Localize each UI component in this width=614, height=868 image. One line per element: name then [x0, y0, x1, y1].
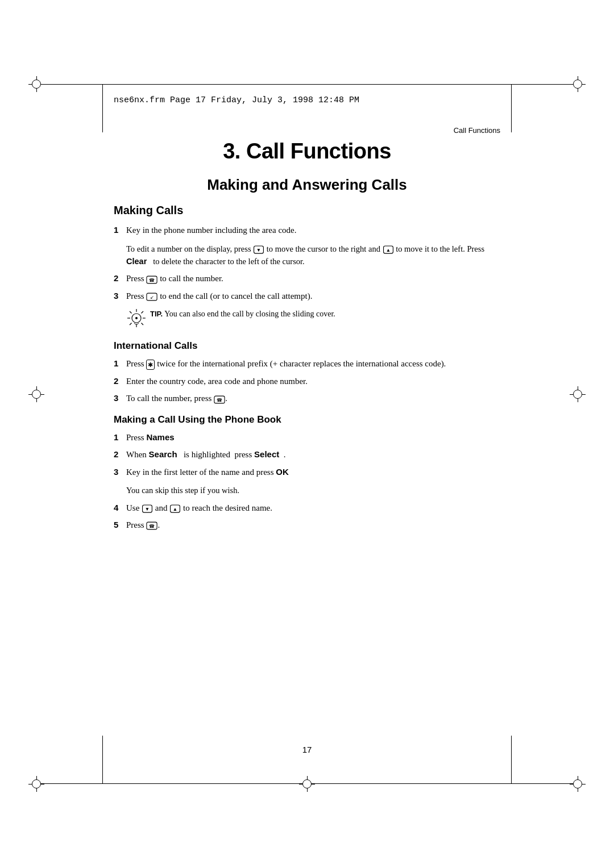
page-number: 17	[302, 745, 312, 754]
crosshair-top-left	[28, 76, 44, 92]
top-left-border	[102, 84, 103, 132]
page: nse6nx.frm Page 17 Friday, July 3, 1998 …	[0, 0, 614, 868]
svg-text:▲: ▲	[173, 506, 177, 512]
intl-calls-step-2: 2 Enter the country code, area code and …	[114, 375, 500, 388]
crosshair-bottom-left	[28, 776, 44, 792]
select-key: Select	[254, 449, 279, 459]
svg-line-15	[130, 323, 132, 326]
scroll-up-icon-ph: ▲	[169, 504, 181, 513]
phonebook-list: 1 Press Names 2 When Search is highlight…	[114, 431, 500, 479]
svg-point-17	[135, 317, 138, 319]
main-content: 3. Call Functions Making and Answering C…	[114, 139, 500, 537]
intl-calls-step-1: 1 Press ✱ twice for the international pr…	[114, 357, 500, 370]
svg-line-13	[142, 323, 144, 326]
subsection-making-calls: Making Calls	[114, 204, 500, 217]
svg-text:▼: ▼	[145, 506, 150, 512]
top-border	[34, 84, 580, 85]
crosshair-mid-left	[28, 386, 44, 402]
top-right-border	[511, 84, 512, 132]
svg-text:☎: ☎	[149, 524, 155, 529]
crosshair-mid-right	[570, 386, 586, 402]
svg-text:☎: ☎	[217, 397, 222, 402]
making-calls-step-1: 1 Key in the phone number including the …	[114, 224, 500, 237]
scroll-up-icon: ▲	[383, 245, 394, 254]
ok-key: OK	[276, 467, 289, 477]
phonebook-skip-note: You can skip this step if you wish.	[126, 484, 500, 496]
making-calls-step-3: 3 Press ↙ to end the call (or to cancel …	[114, 290, 500, 303]
tip-sunburst-svg	[126, 308, 147, 328]
phonebook-title: Making a Call Using the Phone Book	[114, 414, 500, 425]
making-calls-step2-list: 2 Press ☎ to call the number. 3 Press ↙	[114, 272, 500, 302]
bottom-left-border	[102, 736, 103, 784]
svg-line-12	[130, 311, 132, 314]
svg-text:↙: ↙	[150, 295, 154, 300]
phonebook-step-5: 5 Press ☎ .	[114, 519, 500, 532]
phonebook-step-3: 3 Key in the first letter of the name an…	[114, 466, 500, 479]
phonebook-step-1: 1 Press Names	[114, 431, 500, 444]
svg-line-14	[142, 311, 144, 314]
scroll-down-icon-ph: ▼	[142, 504, 153, 513]
clear-key: Clear	[126, 257, 147, 266]
phonebook-list-continued: 4 Use ▼ and ▲ to reach the desired name.…	[114, 502, 500, 532]
bottom-right-border	[511, 736, 512, 784]
call-icon-ph: ☎	[146, 521, 157, 530]
call-icon-intl: ☎	[214, 395, 225, 404]
crosshair-bottom-center	[299, 776, 315, 792]
making-calls-step-2: 2 Press ☎ to call the number.	[114, 272, 500, 285]
running-header: Call Functions	[454, 126, 500, 135]
section-title: Making and Answering Calls	[114, 176, 500, 194]
intl-calls-list: 1 Press ✱ twice for the international pr…	[114, 357, 500, 405]
tip-icon	[126, 308, 147, 331]
crosshair-bottom-right	[570, 776, 586, 792]
call-icon-step2: ☎	[146, 276, 157, 284]
names-key: Names	[146, 432, 174, 442]
svg-text:☎: ☎	[149, 277, 155, 282]
tip-box: TIP. You can also end the call by closin…	[126, 308, 500, 331]
crosshair-top-right	[570, 76, 586, 92]
svg-text:▼: ▼	[256, 247, 261, 252]
phonebook-step-2: 2 When Search is highlighted press Selec…	[114, 448, 500, 461]
making-calls-list: 1 Key in the phone number including the …	[114, 224, 500, 237]
phonebook-step-4: 4 Use ▼ and ▲ to reach the desired name.	[114, 502, 500, 515]
tip-text: TIP. You can also end the call by closin…	[150, 308, 335, 320]
making-calls-note: To edit a number on the display, press ▼…	[126, 243, 500, 268]
svg-text:▲: ▲	[385, 247, 390, 252]
intl-calls-step-3: 3 To call the number, press ☎ .	[114, 392, 500, 405]
star-key-icon: ✱	[146, 360, 155, 370]
chapter-title: 3. Call Functions	[114, 139, 500, 164]
intl-calls-title: International Calls	[114, 340, 500, 352]
header-file: nse6nx.frm Page 17 Friday, July 3, 1998 …	[114, 95, 359, 105]
end-call-icon: ↙	[146, 293, 157, 301]
search-key: Search	[149, 449, 177, 459]
scroll-down-icon: ▼	[253, 245, 264, 254]
